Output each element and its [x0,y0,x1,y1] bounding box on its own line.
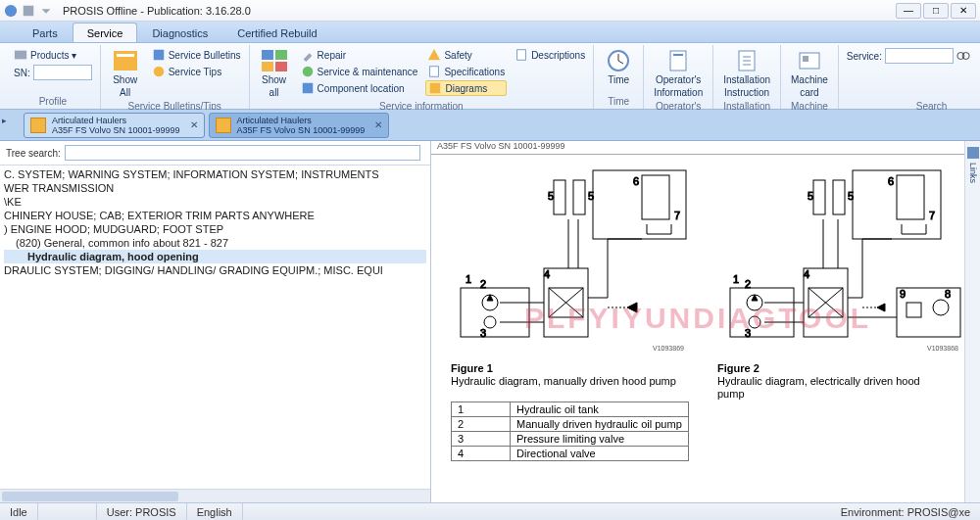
ribbon-tab-certified-rebuild[interactable]: Certified Rebuild [222,23,331,42]
svg-text:5: 5 [808,190,813,202]
svg-rect-8 [275,50,287,60]
ribbon: Products▾ SN: Profile ShowAll Service Bu… [0,43,980,110]
figure-caption: Hydraulic diagram, manually driven hood … [451,375,678,388]
ribbon-tab-diagnostics[interactable]: Diagnostics [137,23,222,42]
qat-dropdown-icon[interactable] [39,4,53,18]
safety-button[interactable]: Safety [425,47,507,63]
sn-field-row: SN: [12,64,94,81]
svg-rect-2 [15,51,26,60]
svg-rect-1 [24,5,34,16]
status-user: User: PROSIS [97,503,187,520]
ribbon-group-bulletins: ShowAll Service Bulletins Service Tips S… [101,45,250,109]
document-tab-strip: ▸ Articulated HaulersA35F FS Volvo SN 10… [0,110,980,141]
status-environment: Environment: PROSIS@xe [831,503,980,520]
svg-text:8: 8 [945,288,951,300]
tree-node[interactable]: \KE [4,195,426,209]
tree-node[interactable]: (820) General, common info about 821 - 8… [4,236,426,250]
svg-text:7: 7 [674,210,680,221]
diagram-header: A35F FS Volvo SN 10001-99999 [431,141,964,155]
tree-node[interactable]: CHINERY HOUSE; CAB; EXTERIOR TRIM PARTS … [4,209,426,222]
service-maintenance-button[interactable]: Service & maintenance [299,64,420,79]
service-search-input[interactable] [885,48,954,64]
service-tips-button[interactable]: Service Tips [150,64,243,79]
window-title: PROSIS Offline - Publication: 3.16.28.0 [53,5,896,17]
svg-rect-33 [573,180,585,214]
repair-button[interactable]: Repair [299,47,420,63]
svg-text:4: 4 [544,268,550,280]
svg-text:1: 1 [733,273,739,285]
figure-captions: Figure 1Hydraulic diagram, manually driv… [451,362,945,401]
qat-icon[interactable] [22,4,35,18]
document-tab[interactable]: Articulated HaulersA35F FS Volvo SN 1000… [24,113,205,138]
figure-caption: Hydraulic diagram, electrically driven h… [717,375,945,401]
time-button[interactable]: Time [600,47,637,87]
svg-rect-12 [302,83,313,94]
svg-rect-28 [461,288,529,337]
ribbon-group-operators-info: Operator'sInformation Operator's Informa… [644,45,713,109]
binoculars-icon[interactable] [956,49,970,63]
show-all-bulletins-button[interactable]: ShowAll [107,47,144,100]
title-bar: PROSIS Offline - Publication: 3.16.28.0 … [0,0,980,22]
diagram-viewport[interactable]: 5 5 6 7 2 3 4 1 [431,155,964,502]
left-collapse-icon[interactable]: ▸ [2,116,7,125]
service-bulletins-button[interactable]: Service Bulletins [150,47,243,63]
links-side-panel[interactable]: Links [964,141,980,502]
ribbon-group-time: Time Time [594,45,644,109]
hauler-icon [30,118,46,133]
specifications-button[interactable]: Specifications [425,64,507,79]
figure-title: Figure 2 [717,362,945,375]
machine-card-button[interactable]: Machinecard [787,47,832,100]
component-location-button[interactable]: Component location [299,80,420,96]
tree-node[interactable]: WER TRANSMISSION [4,181,426,195]
tree-node[interactable]: DRAULIC SYSTEM; DIGGING/ HANDLING/ GRADI… [4,263,426,277]
tree-node[interactable]: ) ENGINE HOOD; MUDGUARD; FOOT STEP [4,222,426,236]
tree-search-label: Tree search: [6,148,61,159]
ribbon-group-label: Profile [12,95,94,108]
svg-rect-51 [833,180,845,214]
maximize-button[interactable]: □ [923,3,949,19]
installation-instruction-button[interactable]: InstallationInstruction [719,47,774,100]
ribbon-tab-parts[interactable]: Parts [18,23,73,42]
tree-search-input[interactable] [65,145,420,161]
svg-text:4: 4 [804,268,809,280]
svg-text:2: 2 [480,278,486,290]
show-all-service-button[interactable]: Showall [256,47,293,100]
ribbon-group-profile: Products▾ SN: Profile [6,45,101,109]
tab-close-icon[interactable]: ✕ [370,119,382,130]
svg-text:5: 5 [848,190,854,202]
diagram-pane: A35F FS Volvo SN 10001-99999 5 5 6 7 2 [431,141,980,502]
ribbon-group-install: InstallationInstruction Installation Ins… [713,45,781,109]
sn-input[interactable] [33,65,92,80]
navigation-tree[interactable]: C. SYSTEM; WARNING SYSTEM; INFORMATION S… [0,165,430,489]
svg-point-23 [962,53,969,60]
operators-info-button[interactable]: Operator'sInformation [650,47,707,100]
svg-text:2: 2 [745,278,751,290]
table-row: 2Manually driven hydraulic oil pump [452,417,689,432]
horizontal-scrollbar[interactable] [0,489,430,502]
tree-node[interactable]: C. SYSTEM; WARNING SYSTEM; INFORMATION S… [4,167,426,181]
svg-rect-53 [897,175,924,219]
svg-text:5: 5 [548,190,554,202]
close-button[interactable]: ✕ [951,3,976,19]
ribbon-tab-strip: Parts Service Diagnostics Certified Rebu… [0,22,980,43]
svg-text:6: 6 [633,175,639,187]
descriptions-button[interactable]: Descriptions [513,47,587,63]
ribbon-group-service-info: Showall Repair Service & maintenance Com… [250,45,595,109]
ribbon-tab-service[interactable]: Service [73,23,138,42]
document-tab[interactable]: Articulated HaulersA35F FS Volvo SN 1000… [209,113,390,138]
svg-rect-18 [673,54,683,56]
svg-rect-45 [730,288,794,337]
part-number: V1093868 [927,345,958,352]
minimize-button[interactable]: — [896,3,921,19]
svg-rect-13 [430,67,439,77]
status-empty [38,503,97,520]
tab-close-icon[interactable]: ✕ [186,119,198,130]
table-row: 1Hydraulic oil tank [452,402,689,417]
products-dropdown[interactable]: Products▾ [12,47,94,63]
diagrams-button[interactable]: Diagrams [425,80,507,96]
ribbon-group-label: Time [600,95,637,108]
tree-node-selected[interactable]: Hydraulic diagram, hood opening [4,250,426,263]
status-idle: Idle [0,503,38,520]
svg-text:5: 5 [588,190,594,202]
svg-rect-4 [117,54,134,57]
